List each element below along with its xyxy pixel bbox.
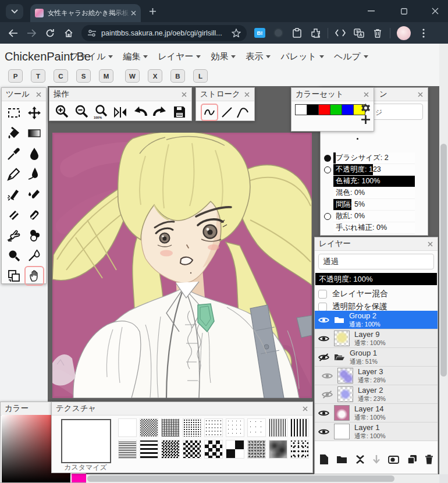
tool-smudge[interactable] [4, 225, 24, 245]
palette-layers-header[interactable]: レイヤー [315, 237, 438, 251]
texture-swatch-checker-medium[interactable] [183, 440, 201, 459]
palette-tool-header[interactable]: ツール [2, 88, 46, 101]
tool-select[interactable] [4, 103, 24, 123]
tool-gradient[interactable] [24, 123, 44, 143]
tool-watercolor[interactable] [24, 184, 44, 204]
new-tab-button[interactable] [149, 8, 157, 15]
eye-icon[interactable] [317, 335, 330, 342]
texture-swatch-dots-fine[interactable] [183, 418, 201, 437]
flip-view-button[interactable] [113, 105, 128, 119]
bookmark-star-icon[interactable] [232, 29, 241, 37]
layer-opacity-slider[interactable]: 不透明度: 100% [315, 273, 437, 285]
texture-swatch-dots-sparse[interactable] [226, 418, 244, 437]
eye-icon[interactable] [321, 372, 333, 379]
drawing-canvas[interactable] [52, 133, 312, 398]
zoom-100-button[interactable]: 100% [93, 104, 109, 120]
swatch-white[interactable] [295, 104, 307, 115]
duplicate-layer-button[interactable] [407, 454, 417, 464]
texture-swatch-checker-xlarge[interactable] [226, 440, 244, 459]
shortcut-button-l[interactable]: L [193, 69, 208, 83]
merge-down-button[interactable] [355, 454, 365, 464]
brush-blending-slider[interactable]: 混色: 0% [322, 187, 416, 198]
texture-swatch-blank[interactable] [118, 418, 137, 437]
palette-misc-header[interactable]: 操作 [49, 88, 191, 101]
texture-swatch-noise[interactable] [247, 440, 266, 459]
tab-close-icon[interactable] [131, 10, 136, 16]
url-text[interactable]: paintbbs.sakura.ne.jp/oeb/cgi/girlsill..… [101, 29, 232, 37]
profile-avatar[interactable] [397, 26, 411, 40]
menu-layer[interactable]: レイヤー [158, 51, 201, 62]
tool-soft-eraser[interactable] [24, 205, 44, 225]
menu-view[interactable]: 表示 [246, 51, 271, 62]
sample-all-layers-checkbox[interactable]: 全レイヤー混合 [318, 289, 387, 299]
shortcut-button-x[interactable]: X [148, 69, 162, 83]
layer-row-group1[interactable]: Group 1通過: 51% [315, 348, 438, 367]
shortcut-button-b[interactable]: B [170, 69, 185, 83]
tool-pen[interactable] [24, 164, 44, 184]
layer-row-group2[interactable]: Group 2通過: 100% [315, 311, 438, 329]
translate-button[interactable] [350, 24, 368, 42]
move-down-button[interactable] [372, 454, 381, 464]
blend-mode-select[interactable]: 通過 [318, 254, 434, 269]
eye-hidden-icon[interactable] [317, 353, 330, 361]
layer-row-layer3[interactable]: Layer 3通常: 28% [315, 367, 438, 385]
palette-close-button[interactable] [35, 91, 42, 98]
palette-close-button[interactable] [417, 91, 424, 98]
home-button[interactable] [59, 24, 78, 42]
palette-close-button[interactable] [426, 240, 433, 247]
browser-menu-button[interactable] [414, 24, 433, 42]
brush-smoothing-slider[interactable]: 手ぶれ補正: 0% [322, 222, 416, 233]
tool-move[interactable] [24, 103, 44, 123]
tool-eraser[interactable] [4, 205, 24, 225]
colorset-settings-button[interactable] [361, 103, 371, 113]
colorset-add-button[interactable] [361, 115, 371, 125]
pressure-indicator-filled[interactable] [322, 152, 333, 164]
tool-pencil[interactable] [4, 164, 24, 184]
texture-swatch-dots-sparser[interactable] [247, 418, 266, 437]
eye-icon[interactable] [317, 428, 330, 435]
stroke-bezier-button[interactable] [236, 105, 250, 119]
palette-close-button[interactable] [362, 91, 369, 98]
tab-search-button[interactable] [6, 4, 23, 19]
brush-tip-field[interactable]: ジ [372, 104, 423, 120]
checkbox[interactable] [318, 290, 327, 299]
menu-effect[interactable]: 効果 [211, 51, 236, 62]
brush-opacity-slider[interactable]: 不透明度: 123不透明度: 123 [322, 164, 416, 175]
eye-icon[interactable] [317, 410, 330, 417]
shortcut-button-c[interactable]: C [54, 69, 68, 83]
add-group-button[interactable] [336, 455, 347, 464]
palette-stroke-header[interactable]: ストローク [196, 88, 254, 101]
texture-swatch-hlines-thin[interactable] [118, 440, 137, 459]
palette-colorset-header[interactable]: カラーセット [291, 88, 374, 101]
texture-swatch-checker-large[interactable] [204, 440, 223, 459]
swatch-red[interactable] [318, 104, 330, 115]
extension-ball-button[interactable] [273, 28, 283, 38]
palette-texture-header[interactable]: テクスチャ [52, 402, 312, 415]
shortcut-button-p[interactable]: P [8, 69, 23, 83]
layer-row-layer14[interactable]: Layer 14通常: 100% [315, 404, 438, 422]
shortcut-button-m[interactable]: M [99, 69, 113, 83]
layer-row-layer9[interactable]: Layer 9通常: 100% [315, 329, 438, 348]
hatena-extension-button[interactable]: B! [254, 28, 265, 38]
window-close-button[interactable] [422, 0, 448, 22]
devtools-button[interactable] [331, 24, 350, 42]
pressure-indicator-outline[interactable] [322, 164, 333, 175]
undo-button[interactable] [132, 105, 148, 119]
brush-spacing-slider[interactable]: 間隔: 5%間隔: 5% [322, 199, 416, 210]
zoom-out-button[interactable] [74, 104, 90, 120]
palette-close-button[interactable] [301, 405, 308, 412]
add-layer-button[interactable] [319, 454, 329, 465]
texture-swatch-vlines-thin[interactable] [269, 418, 287, 437]
texture-swatch-hlines-thick[interactable] [140, 440, 158, 459]
texture-swatch-speckle[interactable] [290, 440, 309, 459]
tool-hand[interactable] [24, 266, 44, 286]
brush-size-slider[interactable]: ブラシサイズ: 2ブラシサイズ: 2 [322, 152, 416, 164]
palette-close-button[interactable] [243, 91, 250, 98]
forward-button[interactable] [22, 24, 41, 42]
palette-close-button[interactable] [180, 91, 187, 98]
menu-file[interactable]: ファイル [70, 51, 113, 62]
shortcut-button-t[interactable]: T [31, 69, 45, 83]
layer-mask-button[interactable] [388, 456, 399, 464]
eye-hidden-icon[interactable] [321, 390, 333, 399]
delete-layer-button[interactable] [425, 454, 433, 464]
